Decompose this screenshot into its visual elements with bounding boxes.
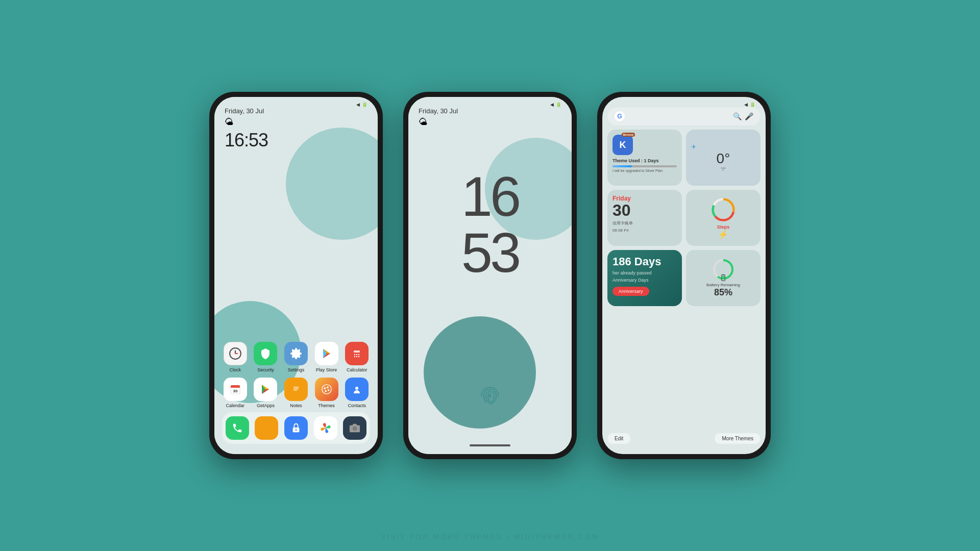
- google-logo: G: [615, 111, 625, 121]
- svg-point-28: [324, 387, 326, 389]
- svg-point-31: [325, 390, 327, 392]
- battery-widget[interactable]: Battery Remaining 85%: [686, 250, 761, 306]
- getapps-app-label: GetApps: [257, 403, 275, 408]
- app-playstore[interactable]: Play Store: [313, 342, 340, 372]
- app-settings[interactable]: Settings: [283, 342, 309, 372]
- playstore-app-icon[interactable]: [315, 342, 338, 365]
- google-search-bar[interactable]: G 🔍 🎤: [607, 107, 761, 126]
- app-calculator[interactable]: Calculator: [344, 342, 370, 372]
- app-calendar[interactable]: 30 Calendar: [222, 378, 249, 408]
- dock-messages[interactable]: [254, 416, 280, 440]
- app-security[interactable]: Security: [253, 342, 279, 372]
- home-bar[interactable]: [470, 444, 510, 446]
- phone-2-weather: 🌤: [419, 117, 458, 128]
- anniversary-text: her already passed: [612, 270, 677, 276]
- phone-3-widgets: G 🔍 🎤 K Bronze Theme Used: [607, 107, 761, 306]
- widgets-row-1: K Bronze Theme Used : 1 Days I will be u…: [607, 130, 761, 186]
- camera-app-icon[interactable]: [343, 416, 366, 440]
- settings-app-label: Settings: [288, 367, 305, 372]
- svg-rect-27: [293, 390, 297, 391]
- steps-lightning-icon: ⚡: [718, 230, 728, 239]
- app-clock[interactable]: Clock: [222, 342, 249, 372]
- svg-point-29: [327, 387, 329, 389]
- calendar-app-icon[interactable]: 30: [224, 378, 247, 401]
- svg-point-12: [358, 354, 359, 355]
- app-notes[interactable]: Notes: [283, 378, 309, 408]
- svg-point-10: [354, 354, 355, 355]
- bronze-badge: Bronze: [622, 133, 635, 137]
- phone-2: ◀ 🔋 Friday, 30 Jul 🌤 16 53: [403, 92, 577, 459]
- security-app-label: Security: [257, 367, 274, 372]
- anniversary-widget[interactable]: 186 Days her already passed Anniversary …: [607, 250, 682, 306]
- notes-app-label: Notes: [290, 403, 302, 408]
- edit-button[interactable]: Edit: [607, 433, 630, 444]
- more-themes-button[interactable]: More Themes: [715, 433, 761, 444]
- settings-app-icon[interactable]: [284, 342, 308, 365]
- phone-1: ◀ 🔋 Friday, 30 Jul 🌤 16:53 Clock Securit…: [209, 92, 383, 459]
- messages-app-icon[interactable]: [255, 416, 278, 440]
- theme-progress-fill: [612, 165, 632, 167]
- svg-point-15: [358, 356, 359, 357]
- phone-1-time: 16:53: [225, 130, 268, 151]
- svg-rect-18: [231, 387, 240, 388]
- steps-widget[interactable]: Steps ⚡: [686, 190, 761, 246]
- svg-rect-9: [354, 350, 360, 353]
- dock-phone[interactable]: [225, 416, 250, 440]
- pinwheel-app-icon[interactable]: [314, 416, 337, 440]
- phone-1-weather-icon: 🌤: [225, 117, 268, 128]
- svg-point-33: [355, 387, 358, 390]
- clock-app-icon[interactable]: [224, 342, 247, 365]
- battery-icon-3: 🔋: [750, 102, 755, 107]
- theme-upgrade-text: I will be upgraded to Silver Plan: [612, 169, 677, 172]
- calendar-date: 30: [612, 202, 677, 218]
- contacts-app-icon[interactable]: [345, 378, 369, 401]
- signal-icon: ◀: [356, 102, 360, 107]
- security-app-icon[interactable]: [254, 342, 277, 365]
- svg-rect-46: [722, 276, 724, 279]
- app-grid-row2: 30 Calendar GetApps Notes Them: [222, 378, 370, 408]
- app-getapps[interactable]: GetApps: [253, 378, 279, 408]
- watermark: VISIT FOR MORE THEMES - MIUITHEMER.COM: [381, 533, 599, 541]
- battery-icon: 🔋: [362, 102, 368, 107]
- signal-icon-2: ◀: [550, 102, 554, 107]
- app-contacts[interactable]: Contacts: [344, 378, 370, 408]
- anniversary-days: 186 Days: [612, 255, 677, 268]
- weather-widget[interactable]: ✈ 0° °/°: [686, 130, 761, 186]
- svg-point-37: [354, 428, 356, 430]
- fingerprint-icon[interactable]: [477, 383, 503, 413]
- phone-2-status-bar: ◀ 🔋: [550, 102, 561, 107]
- phone-1-header: Friday, 30 Jul 🌤 16:53: [225, 107, 268, 151]
- phone-3: ◀ 🔋 G 🔍 🎤 K Bronze: [597, 92, 771, 459]
- google-lens-icon[interactable]: 🔍: [733, 112, 742, 120]
- app-themes[interactable]: Themes: [313, 378, 340, 408]
- svg-point-30: [327, 389, 329, 391]
- calendar-note-2: 06 08 Fri: [612, 228, 677, 233]
- google-mic-icon[interactable]: 🎤: [745, 112, 753, 120]
- svg-point-38: [489, 395, 492, 397]
- anniversary-button[interactable]: Anniversary: [612, 287, 649, 296]
- svg-text:30: 30: [233, 389, 237, 393]
- svg-rect-24: [292, 385, 300, 394]
- phone-2-hour: 16: [408, 168, 572, 224]
- theme-widget[interactable]: K Bronze Theme Used : 1 Days I will be u…: [607, 130, 682, 186]
- svg-point-14: [356, 356, 357, 357]
- svg-rect-25: [293, 387, 299, 388]
- themes-app-icon[interactable]: [315, 378, 338, 401]
- dock-pinwheel[interactable]: [313, 416, 338, 440]
- phone-2-date: Friday, 30 Jul: [419, 107, 458, 115]
- getapps-app-icon[interactable]: [254, 378, 277, 401]
- svg-point-13: [354, 356, 355, 357]
- calculator-app-icon[interactable]: [345, 342, 369, 365]
- notes-app-icon[interactable]: [284, 378, 308, 401]
- calendar-widget[interactable]: Friday 30 信用卡账单 06 08 Fri: [607, 190, 682, 246]
- phone-app-icon[interactable]: [226, 416, 249, 440]
- steps-label: Steps: [717, 224, 730, 230]
- svg-point-11: [356, 354, 357, 355]
- app-dock: [222, 412, 370, 444]
- widgets-row-2: Friday 30 信用卡账单 06 08 Fri Steps ⚡: [607, 190, 761, 246]
- dock-security[interactable]: [283, 416, 309, 440]
- theme-app-icon: K Bronze: [612, 135, 633, 155]
- svg-rect-26: [293, 388, 299, 389]
- security2-app-icon[interactable]: [284, 416, 308, 440]
- dock-camera[interactable]: [342, 416, 368, 440]
